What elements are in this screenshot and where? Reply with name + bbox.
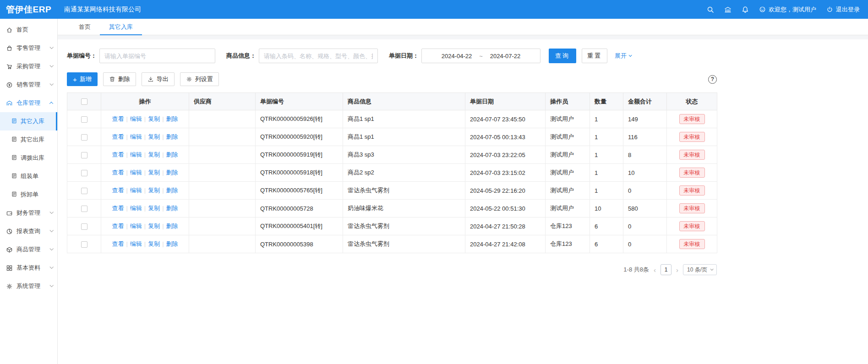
product-cell: 商品3 sp3: [343, 146, 465, 164]
sidebar-item-system[interactable]: 系统管理: [0, 277, 57, 295]
delete-button[interactable]: 删除: [103, 72, 136, 86]
sidebar-item-label: 商品管理: [16, 245, 46, 254]
delete-link[interactable]: 删除: [166, 115, 178, 122]
add-button[interactable]: + 新增: [67, 72, 98, 86]
search-icon[interactable]: [707, 6, 714, 13]
edit-link[interactable]: 编辑: [130, 133, 142, 140]
select-all-checkbox[interactable]: [81, 98, 87, 105]
row-checkbox[interactable]: [81, 170, 87, 176]
copy-link[interactable]: 复制: [148, 115, 160, 122]
row-checkbox[interactable]: [81, 152, 87, 158]
row-checkbox[interactable]: [81, 188, 87, 194]
view-link[interactable]: 查看: [112, 223, 124, 229]
reset-button[interactable]: 重置: [582, 49, 607, 63]
expand-toggle[interactable]: 展开: [615, 52, 631, 60]
row-checkbox[interactable]: [81, 241, 87, 248]
document-icon: [11, 154, 17, 162]
sidebar-item-other-inbound[interactable]: 其它入库: [0, 112, 57, 130]
amount-cell: 580: [623, 200, 667, 217]
delete-link[interactable]: 删除: [166, 240, 178, 247]
sidebar-item-assembly[interactable]: 组装单: [0, 167, 57, 185]
sidebar-item-sales[interactable]: 销售管理: [0, 76, 57, 94]
col-header-order-no: 单据编号: [256, 93, 343, 110]
date-separator: ~: [479, 53, 483, 60]
logout-button[interactable]: 退出登录: [826, 5, 860, 14]
row-checkbox[interactable]: [81, 206, 87, 212]
sidebar-item-goods[interactable]: 商品管理: [0, 240, 57, 259]
date-from-value[interactable]: 2024-04-22: [442, 53, 472, 60]
sidebar-item-warehouse[interactable]: 仓库管理: [0, 94, 57, 112]
copy-link[interactable]: 复制: [148, 169, 160, 176]
edit-link[interactable]: 编辑: [130, 223, 142, 229]
date-range-picker[interactable]: 2024-04-22 ~ 2024-07-22: [421, 49, 540, 63]
tab-home[interactable]: 首页: [70, 19, 100, 35]
table-row: 查看|编辑|复制|删除 QTRK00000005728 奶油味爆米花 2024-…: [67, 200, 717, 217]
date-to-value[interactable]: 2024-07-22: [490, 53, 521, 60]
current-page[interactable]: 1: [661, 264, 671, 275]
copy-link[interactable]: 复制: [148, 187, 160, 194]
supplier-cell: [189, 235, 256, 253]
user-welcome[interactable]: 欢迎您，测试用户: [759, 5, 816, 14]
page-size-select[interactable]: 10 条/页: [683, 264, 717, 275]
sidebar-item-reports[interactable]: 报表查询: [0, 222, 57, 240]
delete-link[interactable]: 删除: [166, 151, 178, 158]
status-cell: 未审核: [667, 146, 717, 164]
edit-link[interactable]: 编辑: [130, 169, 142, 176]
view-link[interactable]: 查看: [112, 151, 124, 158]
prev-page-button[interactable]: ‹: [654, 266, 656, 273]
plus-icon: +: [73, 76, 77, 83]
export-button[interactable]: 导出: [142, 72, 175, 86]
table-row: 查看|编辑|复制|删除 QTRK00000005918[转] 商品2 sp2 2…: [67, 164, 717, 182]
view-link[interactable]: 查看: [112, 187, 124, 194]
copy-link[interactable]: 复制: [148, 205, 160, 212]
sidebar-item-home[interactable]: 首页: [0, 21, 57, 39]
tab-label: 首页: [79, 23, 91, 31]
sidebar-item-label: 首页: [16, 26, 53, 34]
sidebar-item-transfer-outbound[interactable]: 调拨出库: [0, 149, 57, 167]
sidebar-item-other-outbound[interactable]: 其它出库: [0, 130, 57, 149]
delete-link[interactable]: 删除: [166, 187, 178, 194]
order-no-input[interactable]: [99, 49, 215, 63]
row-checkbox[interactable]: [81, 223, 87, 230]
sidebar-item-purchase[interactable]: 采购管理: [0, 57, 57, 76]
edit-link[interactable]: 编辑: [130, 205, 142, 212]
search-button[interactable]: 查询: [549, 49, 576, 63]
copy-link[interactable]: 复制: [148, 133, 160, 140]
bank-icon[interactable]: [724, 6, 732, 13]
qty-cell: 1: [590, 164, 623, 182]
sidebar-item-finance[interactable]: 财务管理: [0, 204, 57, 222]
view-link[interactable]: 查看: [112, 205, 124, 212]
operator-cell: 仓库123: [546, 235, 590, 253]
delete-link[interactable]: 删除: [166, 223, 178, 229]
delete-link[interactable]: 删除: [166, 169, 178, 176]
edit-link[interactable]: 编辑: [130, 151, 142, 158]
product-cell: 商品2 sp2: [343, 164, 465, 182]
action-separator: |: [144, 187, 146, 194]
copy-link[interactable]: 复制: [148, 240, 160, 247]
bell-icon[interactable]: [742, 6, 749, 13]
view-link[interactable]: 查看: [112, 133, 124, 140]
column-settings-button[interactable]: 列设置: [180, 72, 219, 86]
tab-bar: 首页 其它入库: [58, 19, 868, 35]
edit-link[interactable]: 编辑: [130, 240, 142, 247]
product-info-input[interactable]: [259, 49, 378, 63]
action-separator: |: [162, 240, 164, 247]
edit-link[interactable]: 编辑: [130, 187, 142, 194]
sidebar-item-disassembly[interactable]: 拆卸单: [0, 185, 57, 204]
copy-link[interactable]: 复制: [148, 223, 160, 229]
delete-link[interactable]: 删除: [166, 205, 178, 212]
view-link[interactable]: 查看: [112, 115, 124, 122]
sidebar-item-basic-data[interactable]: 基本资料: [0, 259, 57, 277]
row-checkbox[interactable]: [81, 116, 87, 123]
edit-link[interactable]: 编辑: [130, 115, 142, 122]
next-page-button[interactable]: ›: [676, 266, 678, 273]
help-icon[interactable]: ?: [708, 75, 717, 84]
view-link[interactable]: 查看: [112, 240, 124, 247]
copy-link[interactable]: 复制: [148, 151, 160, 158]
delete-link[interactable]: 删除: [166, 133, 178, 140]
tab-other-inbound[interactable]: 其它入库: [100, 19, 142, 35]
sidebar-item-retail[interactable]: 零售管理: [0, 39, 57, 57]
view-link[interactable]: 查看: [112, 169, 124, 176]
row-checkbox[interactable]: [81, 134, 87, 141]
table-header-row: 操作 供应商 单据编号 商品信息 单据日期 操作员 数量 金额合计 状态: [67, 93, 717, 110]
